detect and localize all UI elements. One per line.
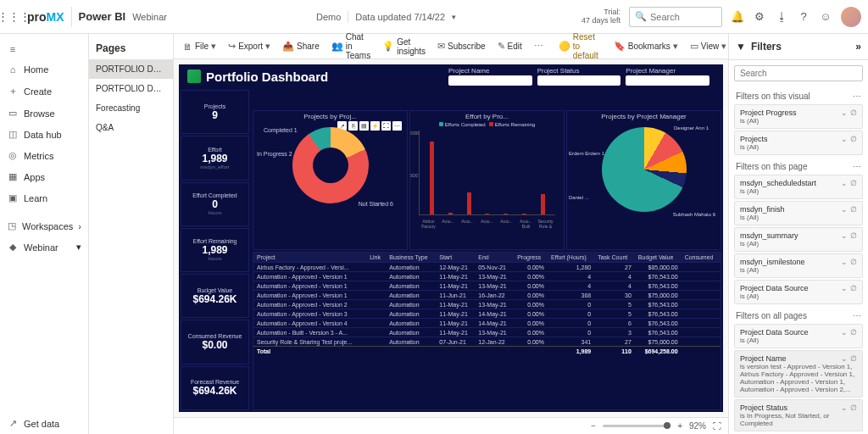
chevron-down-icon: ▾	[76, 242, 81, 253]
table-row[interactable]: Automation - Built - Version 3 - A...Aut…	[253, 328, 721, 337]
share-button[interactable]: 📤Share	[278, 38, 324, 54]
table-row[interactable]: Airbus Factory - Approved - Versi...Auto…	[253, 263, 721, 272]
kpi-forecast[interactable]: Forecast Revenue$694.26K	[181, 366, 249, 410]
bookmarks-button[interactable]: 🔖Bookmarks▾	[609, 38, 682, 54]
apps-icon: ▦	[7, 171, 19, 182]
workspaces-icon: ◳	[7, 220, 17, 231]
fit-page-icon[interactable]: ⛶	[713, 421, 721, 431]
nav-home[interactable]: ⌂Home	[0, 59, 88, 80]
workspace-name[interactable]: Webinar	[132, 12, 167, 22]
more-button[interactable]: ⋯	[530, 38, 548, 54]
chart-bars[interactable]: Effort by Pro... Efforts CompletedEffort…	[409, 110, 565, 250]
waffle-icon[interactable]: ⋮⋮⋮	[7, 10, 20, 24]
kpi-effort[interactable]: Effort1,989msdyn_effort	[181, 136, 249, 180]
zoom-slider[interactable]	[603, 425, 670, 427]
left-nav: ≡ ⌂Home ＋Create ▭Browse ◫Data hub ◎Metri…	[0, 34, 89, 434]
file-menu[interactable]: 🗎File▾	[179, 38, 220, 54]
kpi-budget[interactable]: Budget Value$694.26K	[181, 274, 249, 318]
table-row[interactable]: Automation - Approved - Version 1Automat…	[253, 291, 721, 300]
reset-button[interactable]: 🟡Reset to default	[554, 30, 603, 63]
nav-learn[interactable]: ▣Learn	[0, 187, 88, 209]
nav-getdata[interactable]: ↗Get data	[0, 413, 88, 434]
pencil-icon: ✎	[498, 41, 505, 52]
global-search[interactable]: 🔍	[629, 7, 722, 27]
chat-teams-button[interactable]: 👥Chat in Teams	[327, 30, 375, 63]
filter-card[interactable]: Project Statusis In Progress, Not Starte…	[734, 399, 863, 431]
share-icon: 📤	[282, 41, 294, 52]
plus-icon: ＋	[7, 85, 19, 97]
table-row[interactable]: Automation - Approved - Version 1Automat…	[253, 272, 721, 281]
datahub-icon: ◫	[7, 129, 19, 140]
filter-card[interactable]: msdyn_scheduledstartis (All)⌄ ∅	[734, 175, 863, 199]
avatar[interactable]	[841, 7, 861, 27]
reset-icon: 🟡	[559, 41, 570, 52]
table-row[interactable]: Security Role & Sharing Test proje...Aut…	[253, 337, 721, 347]
kpi-effort-remaining[interactable]: Effort Remaining1,989Hours	[181, 228, 249, 272]
collapse-icon[interactable]: »	[855, 41, 861, 53]
edit-button[interactable]: ✎Edit	[493, 38, 526, 54]
page-item[interactable]: PORTFOLIO DASHBOARD...	[89, 79, 173, 98]
filters-all-section: Filters on all pages⋯	[729, 306, 868, 322]
view-icon: ▭	[690, 41, 698, 52]
filter-card[interactable]: msdyn_ismilestoneis (All)⌄ ∅	[734, 253, 863, 278]
page-item[interactable]: Forecasting	[89, 98, 173, 118]
settings-icon[interactable]: ⚙	[753, 10, 766, 24]
table-row[interactable]: Automation - Approved - Version 2Automat…	[253, 300, 721, 309]
filters-panel: ▼Filters» Filters on this visual⋯ Projec…	[728, 34, 868, 434]
nav-create[interactable]: ＋Create	[0, 80, 88, 103]
help-icon[interactable]: ?	[797, 10, 810, 24]
nav-menu-toggle[interactable]: ≡	[0, 39, 88, 59]
filter-card[interactable]: msdyn_finishis (All)⌄ ∅	[734, 201, 863, 225]
view-button[interactable]: ▭View▾	[686, 38, 732, 54]
nav-apps[interactable]: ▦Apps	[0, 166, 88, 187]
insights-button[interactable]: 💡Get insights	[378, 35, 430, 58]
learn-icon: ▣	[7, 192, 19, 203]
filter-search-input[interactable]	[734, 65, 863, 81]
page-item[interactable]: PORTFOLIO DASHBOARD...	[89, 59, 173, 79]
filter-card[interactable]: Project Progressis (All)⌄ ∅	[734, 104, 863, 129]
feedback-icon[interactable]: ☺	[819, 10, 832, 24]
logo: proMX	[27, 10, 64, 24]
nav-datahub[interactable]: ◫Data hub	[0, 124, 88, 145]
bulb-icon: 💡	[382, 41, 394, 52]
project-table[interactable]: ProjectLinkBusiness TypeStartEndProgress…	[253, 252, 721, 410]
zoom-out-icon[interactable]: −	[591, 421, 596, 431]
filter-card[interactable]: Project Data Sourceis (All)⌄ ∅	[734, 280, 863, 304]
nav-browse[interactable]: ▭Browse	[0, 103, 88, 124]
filter-card[interactable]: msdyn_summaryis (All)⌄ ∅	[734, 227, 863, 252]
nav-metrics[interactable]: ◎Metrics	[0, 145, 88, 166]
nav-webinar[interactable]: ◆Webinar▾	[0, 236, 88, 258]
kpi-projects[interactable]: Projects9	[181, 90, 249, 134]
file-icon: 🗎	[183, 42, 192, 52]
page-item[interactable]: Q&A	[89, 118, 173, 137]
chevron-right-icon: ›	[78, 221, 81, 231]
dashboard: Portfolio Dashboard Project Name Project…	[179, 64, 723, 412]
report-name[interactable]: Demo	[316, 12, 341, 22]
chevron-down-icon[interactable]: ▾	[452, 13, 456, 21]
zoom-in-icon[interactable]: +	[677, 421, 682, 431]
chart-donut[interactable]: ↗⎘▤⚡⛶⋯ Projects by Proj... Completed 1 I…	[253, 110, 408, 250]
nav-workspaces[interactable]: ◳Workspaces›	[0, 215, 88, 236]
chart-pie[interactable]: Projects by Project Manager Designer Ann…	[566, 110, 721, 250]
kpi-effort-completed[interactable]: Effort Completed0Hours	[181, 182, 249, 226]
filter-card[interactable]: Project Nameis version test - Approved -…	[734, 350, 863, 398]
metrics-icon: ◎	[7, 150, 19, 161]
slicer-project-manager[interactable]: Project Manager	[626, 67, 709, 86]
export-button[interactable]: ↪Export▾	[224, 38, 275, 54]
kpi-column: Projects9 Effort1,989msdyn_effort Effort…	[179, 88, 251, 412]
filters-visual-section: Filters on this visual⋯	[729, 86, 868, 103]
table-row[interactable]: Automation - Approved - Version 1Automat…	[253, 281, 721, 291]
slicer-project-name[interactable]: Project Name	[448, 67, 532, 86]
slicer-project-status[interactable]: Project Status	[537, 67, 621, 86]
table-row[interactable]: Automation - Approved - Version 4Automat…	[253, 319, 721, 328]
download-icon[interactable]: ⭳	[775, 10, 788, 24]
notifications-icon[interactable]: 🔔	[731, 10, 744, 24]
subscribe-button[interactable]: ✉Subscribe	[433, 38, 489, 54]
table-row[interactable]: Automation - Approved - Version 3Automat…	[253, 309, 721, 319]
filter-card[interactable]: Project Data Sourceis (All)⌄ ∅	[734, 324, 863, 348]
filter-card[interactable]: Projectsis (All)⌄ ∅	[734, 131, 863, 155]
search-input[interactable]	[650, 12, 716, 22]
zoom-level: 92%	[689, 421, 706, 431]
kpi-consumed[interactable]: Consumed Revenue$0.00	[181, 320, 249, 364]
data-updated[interactable]: Data updated 7/14/22	[355, 12, 445, 22]
